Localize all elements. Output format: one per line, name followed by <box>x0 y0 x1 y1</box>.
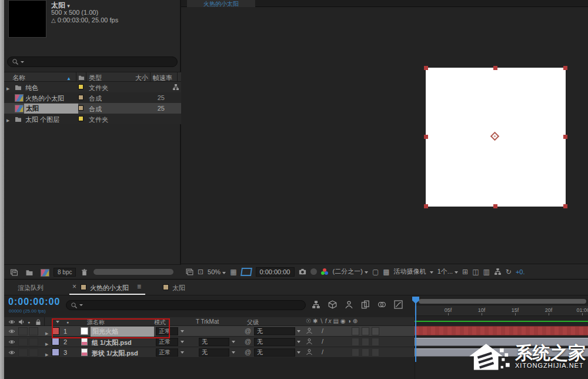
grid-guides-icon[interactable]: ▦ <box>230 268 236 276</box>
chevron-down-icon[interactable] <box>181 351 184 354</box>
bit-depth-button[interactable]: 8 bpc <box>54 268 76 277</box>
snapshot-camera-icon[interactable] <box>299 268 306 275</box>
shared-view-icon[interactable]: ⊞ <box>462 268 468 276</box>
parent-select[interactable]: 无 <box>254 348 295 357</box>
parent-select[interactable]: 无 <box>254 338 295 346</box>
tab-other-comp[interactable]: 太阳 <box>172 284 185 292</box>
blend-mode-select[interactable]: 正常 <box>156 338 178 346</box>
layer-label-lavender[interactable] <box>52 348 59 356</box>
chevron-down-icon[interactable] <box>232 351 235 354</box>
camera-select[interactable]: 活动摄像机 <box>394 267 433 276</box>
item-name[interactable]: 纯色 <box>25 84 38 92</box>
quality-switch-icon[interactable] <box>322 348 323 355</box>
label-color-yellow[interactable] <box>78 116 83 121</box>
item-name[interactable]: 火热的小太阳 <box>25 94 64 103</box>
target-region-icon[interactable]: ▢ <box>372 268 379 276</box>
search-options-caret[interactable] <box>79 304 83 306</box>
chevron-down-icon[interactable] <box>297 351 300 354</box>
column-size[interactable]: 大小 <box>125 74 148 82</box>
graph-editor-icon[interactable] <box>394 300 403 309</box>
show-channel-icon[interactable] <box>321 268 329 275</box>
layer-name[interactable]: 形状 1/太阳.psd <box>92 349 138 358</box>
magnification-select[interactable]: 50% <box>208 268 226 275</box>
close-icon[interactable] <box>72 282 76 291</box>
layer-label-lavender[interactable] <box>52 338 59 345</box>
selection-handle[interactable] <box>563 66 567 70</box>
expand-icon[interactable] <box>6 84 9 91</box>
selection-handle[interactable] <box>493 204 497 208</box>
video-eye-icon[interactable] <box>8 318 15 325</box>
preview-timecode[interactable]: 0:00:00:00 <box>256 267 295 277</box>
trkmat-select[interactable]: 无 <box>199 338 229 346</box>
chevron-down-icon[interactable] <box>297 330 300 333</box>
shy-switch-icon[interactable] <box>306 348 313 355</box>
selection-handle[interactable] <box>563 135 567 139</box>
blend-mode-select[interactable]: 正常 <box>156 348 178 357</box>
sort-ascending-icon[interactable] <box>66 74 71 81</box>
always-preview-icon[interactable] <box>186 268 193 275</box>
motion-blur-icon[interactable] <box>377 300 386 309</box>
work-area-bar[interactable] <box>419 299 586 304</box>
exposure-value[interactable]: +0. <box>516 268 525 275</box>
layer-name[interactable]: 组 1/太阳.psd <box>92 338 132 347</box>
chevron-down-icon[interactable] <box>181 330 184 333</box>
quality-switch-icon[interactable] <box>322 338 323 345</box>
mini-flowchart-icon[interactable] <box>312 300 320 309</box>
reset-exposure-icon[interactable]: ↻ <box>506 268 512 276</box>
selection-handle[interactable] <box>424 204 428 208</box>
pickwhip-icon[interactable] <box>245 327 251 334</box>
timeline-search-input[interactable] <box>66 300 306 310</box>
chevron-down-icon[interactable] <box>232 341 235 343</box>
solo-icon[interactable] <box>28 318 30 325</box>
project-row-comp[interactable]: 火热的小太阳 合成 25 <box>4 92 181 103</box>
flowchart-icon[interactable] <box>494 268 502 275</box>
trash-icon[interactable] <box>81 268 88 276</box>
selection-handle[interactable] <box>424 135 428 139</box>
column-parent[interactable]: 父级 <box>247 318 259 327</box>
expand-icon[interactable] <box>6 116 9 123</box>
selection-handle[interactable] <box>493 66 497 70</box>
project-row-folder[interactable]: 太阳 个图层 文件夹 <box>4 114 181 124</box>
primary-viewer-icon[interactable]: ⊡ <box>198 268 203 276</box>
horizontal-scrollbar-thumb[interactable] <box>93 269 173 275</box>
histogram-icon[interactable]: ▥ <box>483 268 489 276</box>
twirl-icon[interactable] <box>45 350 48 357</box>
column-type[interactable]: 类型 <box>89 74 102 82</box>
column-trkmat[interactable]: T TrkMat <box>196 318 219 325</box>
project-row-folder[interactable]: 纯色 文件夹 <box>4 82 181 92</box>
column-divider[interactable] <box>177 72 178 82</box>
tab-active-comp[interactable]: 火热的小太阳 <box>90 284 129 292</box>
label-color-yellow[interactable] <box>78 84 83 89</box>
label-color-tan[interactable] <box>78 95 83 100</box>
new-composition-icon[interactable] <box>41 269 49 277</box>
item-name-selected[interactable]: 太阳 <box>24 104 78 114</box>
current-timecode[interactable]: 0:00:00:00 <box>8 297 60 307</box>
shy-switch-icon[interactable] <box>306 338 313 345</box>
video-eye-icon[interactable] <box>8 338 15 345</box>
pickwhip-icon[interactable] <box>245 338 251 345</box>
interpret-footage-icon[interactable] <box>10 268 18 276</box>
project-search-input[interactable] <box>7 56 178 67</box>
parent-select[interactable]: 无 <box>254 327 295 335</box>
viewer-tab[interactable]: 火热的小太阳 <box>187 0 255 7</box>
column-divider[interactable] <box>86 72 86 82</box>
chevron-down-icon[interactable] <box>297 341 300 343</box>
project-row-comp-selected[interactable]: 太阳 合成 25 <box>4 103 181 114</box>
pickwhip-icon[interactable] <box>245 348 251 355</box>
audio-speaker-icon[interactable] <box>18 318 25 325</box>
layer-row-3[interactable]: 3 形状 1/太阳.psd 正常 无 无 <box>4 347 415 358</box>
selection-handle[interactable] <box>424 66 428 70</box>
resolution-select[interactable]: (二分之一) <box>333 267 368 276</box>
column-divider[interactable] <box>150 72 151 82</box>
column-fps[interactable]: 帧速率 <box>153 74 172 82</box>
chevron-down-icon[interactable] <box>67 1 70 9</box>
show-snapshot-icon[interactable] <box>310 268 317 275</box>
frame-blending-icon[interactable] <box>361 300 370 309</box>
pixel-aspect-correction-icon[interactable]: ◫ <box>472 268 479 276</box>
video-eye-icon[interactable] <box>8 349 15 356</box>
hide-shy-layers-icon[interactable] <box>345 300 353 309</box>
label-color-tan[interactable] <box>78 105 83 111</box>
column-name[interactable]: 名称 <box>12 74 25 82</box>
lock-icon[interactable] <box>35 318 42 325</box>
label-column-icon[interactable] <box>78 74 85 81</box>
